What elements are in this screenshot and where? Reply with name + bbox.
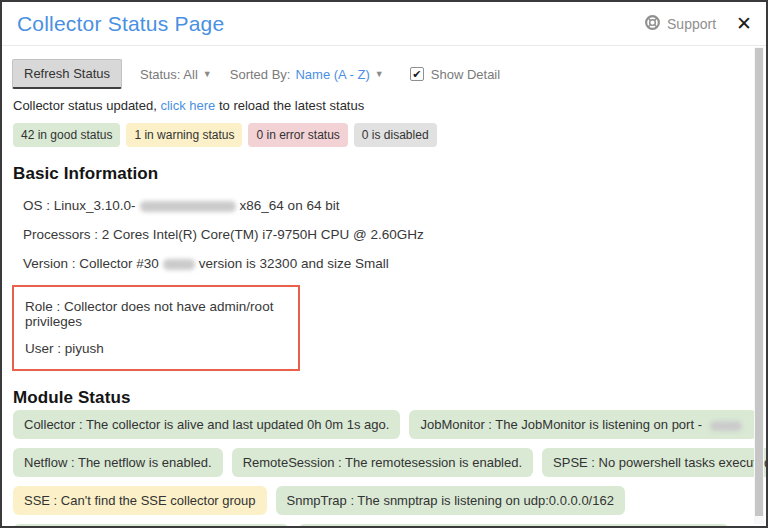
click-here-link[interactable]: click here bbox=[160, 98, 215, 113]
status-updated-prefix: Collector status updated, bbox=[13, 98, 160, 113]
status-updated-suffix: to reload the latest status bbox=[215, 98, 364, 113]
role-user-highlight-box: Role : Collector does not have admin/roo… bbox=[12, 285, 300, 371]
checkbox-checked-icon[interactable]: ✔ bbox=[410, 67, 424, 81]
sorted-by-label: Sorted By: bbox=[230, 67, 291, 82]
sse-module-badge: SSE : Can't find the SSE collector group bbox=[13, 486, 267, 515]
redacted-port-number bbox=[710, 421, 742, 431]
status-filter-label: Status: All bbox=[140, 67, 198, 82]
module-badge-row: Collector : The collector is alive and l… bbox=[13, 410, 746, 448]
dialog-header: Collector Status Page Support ✕ bbox=[2, 2, 766, 46]
os-info-line: OS : Linux_3.10.0-x86_64 on 64 bit bbox=[23, 198, 746, 213]
module-status-heading: Module Status bbox=[13, 388, 746, 408]
module-status-badges: Collector : The collector is alive and l… bbox=[13, 410, 746, 528]
os-text-prefix: OS : Linux_3.10.0- bbox=[23, 198, 136, 213]
sorted-by-dropdown[interactable]: Sorted By: Name (A - Z) ▼ bbox=[230, 67, 384, 82]
refresh-status-button[interactable]: Refresh Status bbox=[12, 59, 122, 89]
status-updated-line: Collector status updated, click here to … bbox=[13, 98, 746, 113]
module-badge-row: Syslog : The syslog is listening on port… bbox=[13, 524, 746, 528]
good-status-badge: 42 in good status bbox=[13, 123, 120, 147]
version-text-suffix: version is 32300 and size Small bbox=[199, 256, 389, 271]
processors-info-line: Processors : 2 Cores Intel(R) Core(TM) i… bbox=[23, 227, 746, 242]
jobmonitor-badge-text: JobMonitor : The JobMonitor is listening… bbox=[420, 417, 705, 432]
redacted-os-version bbox=[140, 201, 236, 212]
dialog-content: Refresh Status Status: All ▼ Sorted By: … bbox=[2, 46, 766, 528]
summary-badges: 42 in good status 1 in warning status 0 … bbox=[13, 123, 746, 147]
redacted-collector-id bbox=[163, 259, 195, 270]
module-badge-row: Netflow : The netflow is enabled. Remote… bbox=[13, 448, 746, 486]
version-text-prefix: Version : Collector #30 bbox=[23, 256, 159, 271]
chevron-down-icon: ▼ bbox=[203, 69, 212, 79]
user-info-line: User : piyush bbox=[25, 341, 298, 356]
snmptrap-module-badge: SnmpTrap : The snmptrap is listening on … bbox=[276, 486, 625, 515]
module-badge-row: SSE : Can't find the SSE collector group… bbox=[13, 486, 746, 524]
scrollbar-thumb[interactable] bbox=[755, 48, 763, 516]
header-actions: Support ✕ bbox=[644, 14, 752, 34]
netflow-module-badge: Netflow : The netflow is enabled. bbox=[13, 448, 223, 477]
spse-module-badge: SPSE : No powershell tasks executed yet bbox=[542, 448, 768, 477]
support-button[interactable]: Support bbox=[644, 14, 716, 34]
remotesession-module-badge: RemoteSession : The remotesession is ena… bbox=[232, 448, 533, 477]
basic-information-heading: Basic Information bbox=[13, 164, 746, 184]
syslog-module-badge: Syslog : The syslog is listening on port… bbox=[13, 524, 289, 528]
version-info-line: Version : Collector #30version is 32300 … bbox=[23, 256, 746, 271]
chevron-down-icon: ▼ bbox=[375, 69, 384, 79]
status-filter-dropdown[interactable]: Status: All ▼ bbox=[140, 67, 212, 82]
warning-status-badge: 1 in warning status bbox=[126, 123, 242, 147]
watchdog-module-badge: Watchdog : The collector watchdog is ali… bbox=[298, 524, 729, 528]
show-detail-toggle[interactable]: ✔ Show Detail bbox=[410, 67, 500, 82]
toolbar: Refresh Status Status: All ▼ Sorted By: … bbox=[12, 59, 746, 89]
collector-module-badge: Collector : The collector is alive and l… bbox=[13, 410, 400, 439]
error-status-badge: 0 in error status bbox=[248, 123, 347, 147]
role-info-line: Role : Collector does not have admin/roo… bbox=[25, 299, 298, 329]
support-label: Support bbox=[667, 16, 716, 32]
disabled-status-badge: 0 is disabled bbox=[354, 123, 437, 147]
os-text-suffix: x86_64 on 64 bit bbox=[240, 198, 340, 213]
close-icon[interactable]: ✕ bbox=[736, 14, 752, 33]
life-ring-icon bbox=[644, 14, 661, 34]
jobmonitor-module-badge: JobMonitor : The JobMonitor is listening… bbox=[409, 410, 756, 439]
show-detail-label: Show Detail bbox=[431, 67, 500, 82]
page-title: Collector Status Page bbox=[17, 12, 224, 36]
collector-status-dialog: Collector Status Page Support ✕ bbox=[0, 0, 768, 528]
sorted-by-value: Name (A - Z) bbox=[295, 67, 369, 82]
